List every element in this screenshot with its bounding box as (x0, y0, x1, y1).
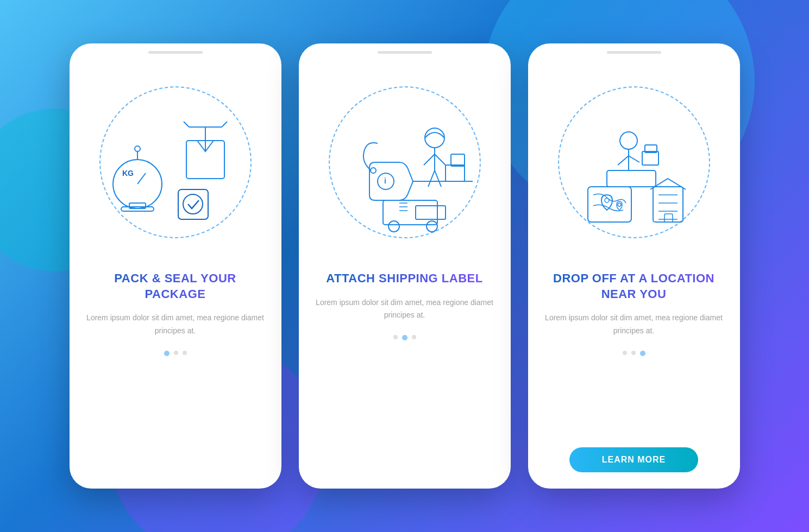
learn-more-button[interactable]: LEARN MORE (569, 447, 699, 472)
dot-1c (623, 351, 627, 355)
illustration-pack: KG (70, 59, 281, 265)
phone-notch-2 (378, 51, 432, 54)
svg-point-29 (388, 221, 399, 232)
svg-rect-22 (451, 154, 465, 166)
dot-1 (164, 351, 170, 356)
svg-line-12 (222, 122, 227, 127)
svg-line-18 (435, 154, 446, 165)
text-area-pack: PACK & SEAL YOUR PACKAGE Lorem ipsum dol… (70, 265, 281, 489)
illustration-label: i (299, 59, 511, 265)
label-svg: i (329, 86, 481, 238)
dropoff-title: DROP OFF AT A LOCATION NEAR YOU (544, 271, 724, 302)
text-area-dropoff: DROP OFF AT A LOCATION NEAR YOU Lorem ip… (528, 265, 740, 489)
label-title: ATTACH SHIPPING LABEL (326, 271, 482, 287)
pack-svg: KG (99, 86, 252, 238)
phone-notch-3 (607, 51, 661, 54)
text-area-label: ATTACH SHIPPING LABEL Lorem ipsum dolor … (299, 265, 511, 489)
svg-rect-28 (416, 206, 446, 219)
dots-pack (164, 351, 187, 356)
dot-2b (402, 335, 407, 340)
svg-point-43 (618, 203, 621, 206)
illustration-dropoff (528, 59, 740, 265)
pack-description: Lorem ipsum dolor sit dim amet, mea regi… (86, 312, 265, 338)
svg-point-15 (425, 128, 444, 148)
dot-2c (631, 351, 636, 355)
dot-3c (640, 351, 645, 356)
svg-text:i: i (384, 176, 386, 185)
label-description: Lorem ipsum dolor sit dim amet, mea regi… (315, 296, 494, 322)
svg-rect-41 (588, 187, 631, 222)
svg-point-14 (183, 194, 203, 214)
svg-rect-38 (607, 170, 656, 187)
svg-rect-49 (664, 214, 673, 222)
svg-rect-44 (653, 187, 683, 222)
dots-dropoff (623, 351, 645, 356)
dot-1b (393, 335, 398, 339)
svg-line-36 (618, 156, 629, 165)
dropoff-description: Lorem ipsum dolor sit dim amet, mea regi… (544, 312, 724, 338)
dropoff-svg (558, 86, 710, 238)
svg-line-20 (435, 170, 441, 187)
dots-label (393, 335, 416, 340)
svg-rect-39 (642, 151, 659, 165)
dot-3 (183, 351, 187, 355)
svg-line-17 (424, 154, 435, 165)
svg-line-19 (428, 170, 435, 187)
svg-rect-21 (446, 165, 465, 181)
svg-line-37 (629, 156, 639, 162)
pack-title: PACK & SEAL YOUR PACKAGE (86, 271, 265, 302)
screen-label: i ATTACH SHIPPING LABEL Lorem ipsum dolo… (299, 43, 511, 489)
dot-2 (174, 351, 178, 355)
svg-point-26 (371, 168, 376, 173)
phone-notch-1 (148, 51, 203, 54)
svg-point-30 (427, 221, 437, 232)
svg-text:KG: KG (122, 169, 134, 178)
svg-point-2 (135, 146, 140, 151)
screens-container: KG PACK & SEA (70, 43, 740, 489)
screen-dropoff: DROP OFF AT A LOCATION NEAR YOU Lorem ip… (528, 43, 740, 489)
svg-point-34 (620, 132, 637, 149)
svg-point-42 (605, 198, 609, 202)
svg-line-4 (137, 173, 146, 184)
screen-pack: KG PACK & SEA (70, 43, 281, 489)
svg-line-11 (184, 122, 189, 127)
dot-3b (412, 335, 416, 339)
